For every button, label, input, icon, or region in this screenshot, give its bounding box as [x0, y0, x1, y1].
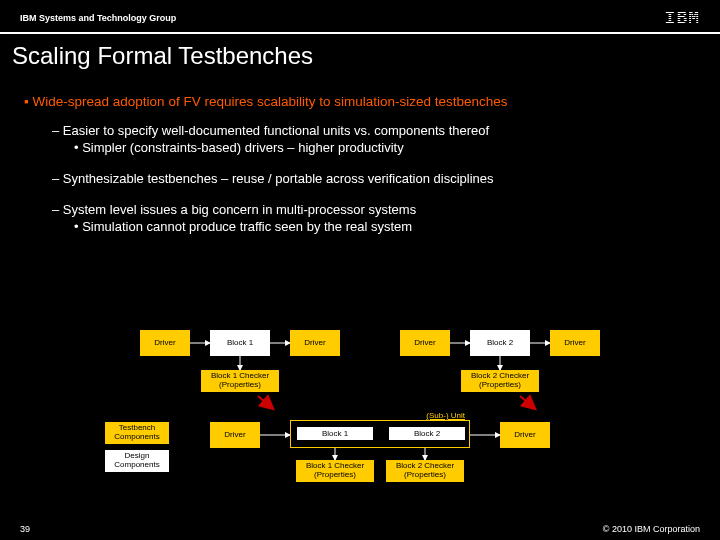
bullet-sub-1a-child: • Simpler (constraints-based) drivers – … [74, 140, 696, 155]
driver-box: Driver [400, 330, 450, 356]
subunit-label: (Sub-) Unit [426, 411, 465, 420]
driver-box: Driver [140, 330, 190, 356]
driver-box: Driver [290, 330, 340, 356]
subunit-block2: Block 2 [389, 427, 465, 440]
slide-title: Scaling Formal Testbenches [0, 34, 720, 74]
bullet-main: Wide-spread adoption of FV requires scal… [24, 94, 696, 109]
legend-testbench: Testbench Components [105, 422, 169, 444]
block1-checker-box: Block 1 Checker (Properties) [296, 460, 374, 482]
ibm-logo: IBM [665, 8, 700, 28]
bullet-sub-1c-child: • Simulation cannot produce traffic seen… [74, 219, 696, 234]
driver-box: Driver [500, 422, 550, 448]
bullet-sub-1a: – Easier to specify well-documented func… [52, 123, 696, 138]
block1-box: Block 1 [210, 330, 270, 356]
legend-design: Design Components [105, 450, 169, 472]
block1-checker-box: Block 1 Checker (Properties) [201, 370, 279, 392]
slide-content: Wide-spread adoption of FV requires scal… [0, 74, 720, 234]
driver-box: Driver [550, 330, 600, 356]
block2-box: Block 2 [470, 330, 530, 356]
copyright: © 2010 IBM Corporation [603, 524, 700, 534]
group-label: IBM Systems and Technology Group [20, 13, 176, 23]
block2-checker-box: Block 2 Checker (Properties) [461, 370, 539, 392]
subunit-box: (Sub-) Unit Block 1 Block 2 [290, 420, 470, 448]
driver-box: Driver [210, 422, 260, 448]
diagram: Driver Block 1 Driver Block 1 Checker (P… [0, 310, 720, 510]
page-number: 39 [20, 524, 30, 534]
subunit-block1: Block 1 [297, 427, 373, 440]
bullet-sub-1c: – System level issues a big concern in m… [52, 202, 696, 217]
block2-checker-box: Block 2 Checker (Properties) [386, 460, 464, 482]
slide-header: IBM Systems and Technology Group IBM [0, 0, 720, 34]
bullet-sub-1b: – Synthesizable testbenches – reuse / po… [52, 171, 696, 186]
slide-footer: 39 © 2010 IBM Corporation [0, 524, 720, 534]
